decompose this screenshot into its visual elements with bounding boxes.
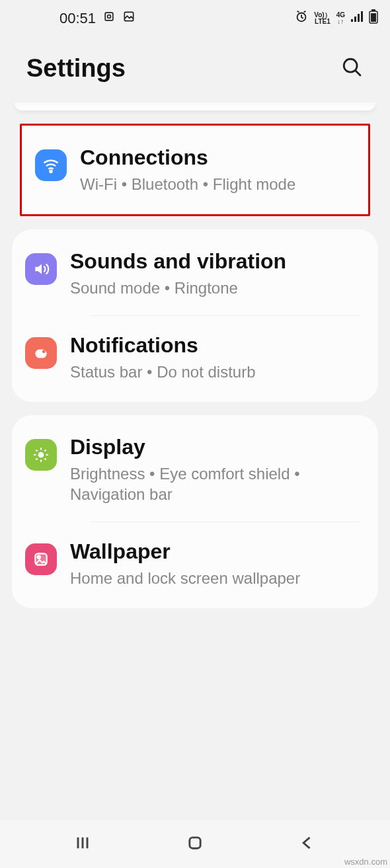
item-subtitle: Sound mode • Ringtone bbox=[70, 278, 360, 298]
settings-item-sounds[interactable]: Sounds and vibration Sound mode • Ringto… bbox=[12, 232, 378, 315]
item-title: Sounds and vibration bbox=[70, 249, 360, 274]
svg-point-17 bbox=[38, 556, 40, 559]
brightness-icon bbox=[25, 439, 57, 471]
item-title: Wallpaper bbox=[70, 539, 360, 564]
svg-point-15 bbox=[38, 452, 44, 458]
status-bar: 00:51 Vo)） LTE1 4G ↓↑ bbox=[0, 0, 390, 37]
svg-rect-2 bbox=[124, 12, 133, 20]
svg-rect-0 bbox=[105, 13, 113, 20]
settings-item-notifications[interactable]: Notifications Status bar • Do not distur… bbox=[12, 316, 378, 399]
back-button[interactable] bbox=[298, 834, 317, 855]
item-title: Notifications bbox=[70, 333, 360, 358]
svg-rect-4 bbox=[351, 19, 353, 22]
clock: 00:51 bbox=[59, 10, 96, 27]
settings-item-display[interactable]: Display Brightness • Eye comfort shield … bbox=[12, 418, 378, 522]
item-title: Display bbox=[70, 435, 360, 459]
page-title: Settings bbox=[26, 54, 126, 83]
item-subtitle: Status bar • Do not disturb bbox=[70, 362, 360, 382]
item-subtitle: Home and lock screen wallpaper bbox=[70, 568, 360, 588]
svg-rect-7 bbox=[361, 11, 363, 22]
alarm-icon bbox=[294, 9, 309, 28]
notifications-icon bbox=[25, 337, 57, 369]
svg-rect-6 bbox=[358, 14, 360, 22]
svg-point-11 bbox=[344, 59, 357, 72]
settings-group-connections: Connections Wi‑Fi • Bluetooth • Flight m… bbox=[20, 124, 370, 216]
volume-icon bbox=[25, 253, 57, 285]
recents-button[interactable] bbox=[73, 834, 92, 855]
svg-point-12 bbox=[50, 171, 52, 173]
item-subtitle: Brightness • Eye comfort shield • Naviga… bbox=[70, 463, 360, 504]
alarm-set-icon bbox=[102, 10, 116, 27]
network-type: 4G ↓↑ bbox=[336, 12, 345, 25]
settings-group-display-wallpaper: Display Brightness • Eye comfort shield … bbox=[12, 415, 378, 608]
svg-point-1 bbox=[108, 15, 111, 19]
battery-icon bbox=[369, 9, 378, 28]
navigation-bar bbox=[0, 820, 390, 868]
image-icon bbox=[122, 10, 136, 27]
home-button[interactable] bbox=[186, 834, 204, 855]
signal-icon bbox=[350, 10, 364, 27]
search-button[interactable] bbox=[341, 56, 364, 81]
item-subtitle: Wi‑Fi • Bluetooth • Flight mode bbox=[80, 174, 350, 194]
watermark: wsxdn.com bbox=[344, 857, 387, 867]
svg-point-14 bbox=[42, 350, 46, 353]
settings-item-wallpaper[interactable]: Wallpaper Home and lock screen wallpaper bbox=[12, 522, 378, 606]
item-title: Connections bbox=[80, 145, 350, 170]
wifi-icon bbox=[35, 149, 67, 181]
settings-group-sound-notif: Sounds and vibration Sound mode • Ringto… bbox=[12, 229, 378, 402]
header-shadow bbox=[15, 102, 375, 110]
svg-rect-10 bbox=[371, 13, 376, 22]
svg-rect-18 bbox=[190, 838, 200, 848]
volte-indicator: Vo)） LTE1 bbox=[314, 12, 331, 25]
svg-rect-5 bbox=[354, 17, 356, 22]
wallpaper-icon bbox=[25, 543, 57, 575]
settings-item-connections[interactable]: Connections Wi‑Fi • Bluetooth • Flight m… bbox=[22, 128, 368, 212]
settings-header: Settings bbox=[0, 37, 390, 102]
